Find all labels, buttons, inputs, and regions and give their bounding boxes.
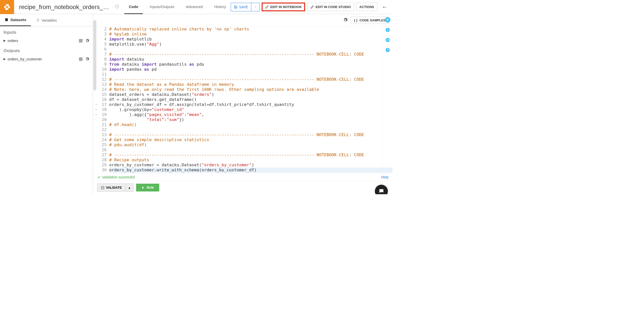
code-content[interactable]: # Recipe outputs bbox=[109, 157, 392, 163]
code-content[interactable]: import dataiku bbox=[109, 57, 392, 62]
code-content[interactable]: df = dataset_orders.get_dataframe() bbox=[109, 97, 392, 102]
code-content[interactable]: ).groupby(by="customer_id" bbox=[109, 107, 392, 112]
code-samples-label: CODE SAMPLES bbox=[359, 18, 386, 22]
history-icon[interactable] bbox=[115, 4, 119, 10]
output-dataset-row[interactable]: ▶ orders_by_customer bbox=[0, 55, 93, 63]
rail-discussion-button[interactable] bbox=[385, 37, 390, 43]
validate-button[interactable]: VALIDATE bbox=[97, 183, 126, 192]
code-line[interactable]: 6 bbox=[93, 47, 392, 52]
run-button[interactable]: RUN bbox=[136, 184, 159, 191]
tab-history[interactable]: History bbox=[210, 0, 231, 14]
code-line[interactable]: 11 bbox=[93, 72, 392, 77]
tab-advanced[interactable]: Advanced bbox=[181, 0, 207, 14]
rail-info-button[interactable]: i bbox=[385, 27, 390, 33]
code-content[interactable]: # Note: here, we only read the first 100… bbox=[109, 87, 392, 92]
line-number: 15 bbox=[99, 92, 109, 97]
sidebar-tab-variables[interactable]: Variables bbox=[31, 14, 61, 26]
code-line[interactable]: 20 "total":"sum"}) bbox=[93, 117, 392, 122]
code-line[interactable]: 12# ------------------------------------… bbox=[93, 77, 392, 82]
code-line[interactable]: 2# Automatically replaced inline charts … bbox=[93, 27, 392, 32]
code-content[interactable]: import matplotlib bbox=[109, 37, 392, 42]
code-content[interactable]: "total":"sum"}) bbox=[109, 117, 392, 122]
code-content[interactable]: from dataiku import pandasutils as pdu bbox=[109, 62, 392, 67]
gear-icon[interactable] bbox=[85, 57, 89, 61]
edit-in-code-studio-button[interactable]: EDIT IN CODE STUDIO bbox=[307, 3, 354, 11]
code-line[interactable]: ▾19 ).agg({"pages_visited":"mean", bbox=[93, 112, 392, 117]
code-line[interactable]: 9from dataiku import pandasutils as pdu bbox=[93, 62, 392, 67]
back-arrow-icon[interactable]: ← bbox=[382, 4, 387, 10]
code-editor[interactable]: 2# Automatically replaced inline charts … bbox=[93, 27, 392, 173]
code-content[interactable] bbox=[109, 47, 392, 52]
code-line[interactable]: 13# Read the dataset as a Pandas datafra… bbox=[93, 82, 392, 87]
line-number: 23 bbox=[99, 132, 109, 137]
rail-add-button[interactable]: + bbox=[385, 17, 390, 23]
code-line[interactable]: 26 bbox=[93, 147, 392, 152]
table-icon[interactable] bbox=[79, 57, 83, 61]
code-line[interactable]: 8import dataiku bbox=[93, 57, 392, 62]
code-line[interactable]: 27# ------------------------------------… bbox=[93, 152, 392, 157]
code-content[interactable]: ).agg({"pages_visited":"mean", bbox=[109, 112, 392, 117]
code-line[interactable]: 22 bbox=[93, 127, 392, 132]
code-content[interactable]: # --------------------------------------… bbox=[109, 152, 392, 157]
input-dataset-actions bbox=[79, 39, 89, 43]
code-content[interactable]: orders_by_customer.write_with_schema(ord… bbox=[109, 168, 392, 173]
code-content[interactable] bbox=[109, 72, 392, 77]
code-content[interactable]: import pandas as pd bbox=[109, 67, 392, 72]
sidebar-drag-handle[interactable] bbox=[93, 20, 96, 91]
code-line[interactable]: 25# pdu.audit(df) bbox=[93, 142, 392, 147]
code-content[interactable]: matplotlib.use("Agg") bbox=[109, 42, 392, 47]
code-line[interactable]: 7# -------------------------------------… bbox=[93, 52, 392, 57]
editor-area: { } CODE SAMPLES 2# Automatically replac… bbox=[93, 14, 392, 194]
input-dataset-row[interactable]: ▶ orders bbox=[0, 36, 93, 45]
fold-toggle[interactable]: ▾ bbox=[93, 102, 99, 107]
speech-bubble-icon bbox=[378, 188, 384, 194]
save-button[interactable]: SAVE bbox=[231, 3, 251, 11]
code-line[interactable]: 16df = dataset_orders.get_dataframe() bbox=[93, 97, 392, 102]
table-icon[interactable] bbox=[79, 39, 83, 43]
code-content[interactable]: # --------------------------------------… bbox=[109, 77, 392, 82]
code-line[interactable]: ▾18 ).groupby(by="customer_id" bbox=[93, 107, 392, 112]
code-content[interactable]: # Read the dataset as a Pandas dataframe… bbox=[109, 82, 392, 87]
fold-toggle[interactable]: ▾ bbox=[93, 107, 99, 112]
code-content[interactable]: # df.head() bbox=[109, 122, 392, 127]
code-line[interactable]: 15dataset_orders = dataiku.Dataset("orde… bbox=[93, 92, 392, 97]
code-line[interactable]: 21# df.head() bbox=[93, 122, 392, 127]
code-content[interactable]: # Automatically replaced inline charts b… bbox=[109, 27, 392, 32]
code-line[interactable]: 10import pandas as pd bbox=[93, 67, 392, 72]
code-line[interactable]: 4import matplotlib bbox=[93, 37, 392, 42]
code-content[interactable]: # %pylab inline bbox=[109, 32, 392, 37]
code-line[interactable]: 28# Recipe outputs bbox=[93, 157, 392, 163]
top-bar: recipe_from_notebook_orders_ana... Code … bbox=[0, 0, 392, 14]
code-line[interactable]: 30orders_by_customer.write_with_schema(o… bbox=[93, 168, 392, 173]
edit-in-notebook-button[interactable]: EDIT IN NOTEBOOK bbox=[262, 3, 305, 11]
editor-settings-button[interactable] bbox=[343, 18, 348, 23]
save-dropdown[interactable] bbox=[251, 3, 259, 11]
input-dataset-name: orders bbox=[8, 38, 79, 43]
code-line[interactable]: 3# %pylab inline bbox=[93, 32, 392, 37]
validate-dropdown[interactable]: ▲ bbox=[126, 183, 134, 192]
code-line[interactable]: 24# Get some simple descriptive statisti… bbox=[93, 137, 392, 142]
actions-button[interactable]: ACTIONS bbox=[356, 3, 378, 11]
fold-toggle bbox=[93, 147, 99, 152]
code-content[interactable]: # --------------------------------------… bbox=[109, 132, 392, 137]
code-content[interactable] bbox=[109, 147, 392, 152]
code-line[interactable]: ▾17orders_by_customer_df = df.assign(tot… bbox=[93, 102, 392, 107]
code-content[interactable]: # pdu.audit(df) bbox=[109, 142, 392, 147]
gear-icon[interactable] bbox=[85, 39, 89, 43]
code-line[interactable]: 23# ------------------------------------… bbox=[93, 132, 392, 137]
recipe-name: recipe_from_notebook_orders_ana... bbox=[19, 4, 112, 11]
code-content[interactable]: orders_by_customer = dataiku.Dataset("or… bbox=[109, 163, 392, 168]
code-line[interactable]: 14# Note: here, we only read the first 1… bbox=[93, 87, 392, 92]
sidebar-tab-datasets[interactable]: Datasets bbox=[0, 14, 31, 26]
code-content[interactable]: orders_by_customer_df = df.assign(total=… bbox=[109, 102, 392, 107]
code-line[interactable]: 29orders_by_customer = dataiku.Dataset("… bbox=[93, 163, 392, 168]
code-content[interactable]: # Get some simple descriptive statistics bbox=[109, 137, 392, 142]
tab-inputs-outputs[interactable]: Inputs/Outputs bbox=[145, 0, 179, 14]
rail-history-button[interactable] bbox=[385, 47, 390, 53]
code-content[interactable]: dataset_orders = dataiku.Dataset("orders… bbox=[109, 92, 392, 97]
code-content[interactable]: # --------------------------------------… bbox=[109, 52, 392, 57]
fold-toggle[interactable]: ▾ bbox=[93, 112, 99, 117]
tab-code[interactable]: Code bbox=[124, 0, 143, 14]
code-line[interactable]: 5matplotlib.use("Agg") bbox=[93, 42, 392, 47]
code-content[interactable] bbox=[109, 127, 392, 132]
